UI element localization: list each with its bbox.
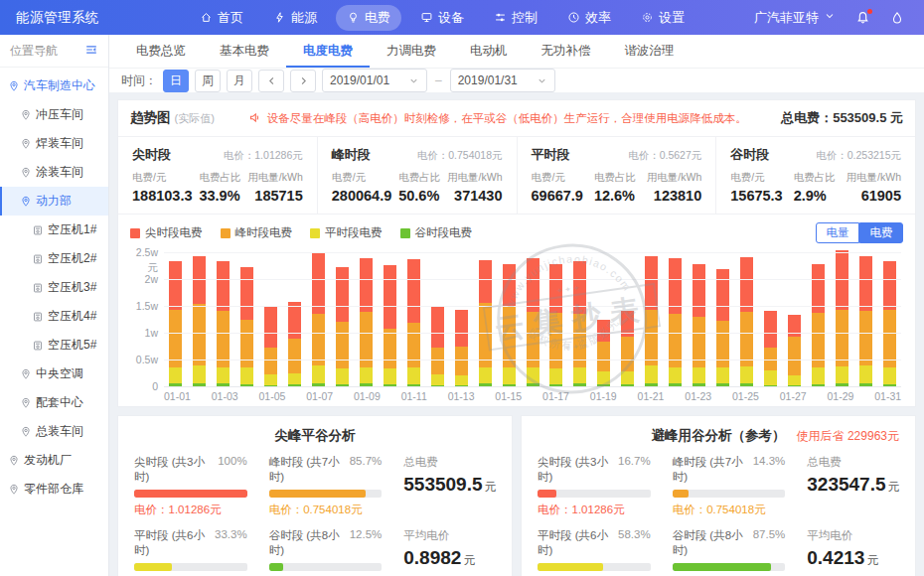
stacked-bar-01-22[interactable] xyxy=(669,258,682,387)
analysis-item-percent: 14.3% xyxy=(753,455,786,485)
sidebar-item[interactable]: 空压机3# xyxy=(0,273,108,302)
legend-item[interactable]: 尖时段电费 xyxy=(130,225,203,240)
period-card: 谷时段 电价：0.253215元 电费/元15675.3 电费占比2.9% 用电… xyxy=(716,137,915,214)
sidebar-item[interactable]: 中央空调 xyxy=(0,360,108,388)
stacked-bar-01-13[interactable] xyxy=(455,310,468,387)
nav-item-settings[interactable]: 设置 xyxy=(630,5,695,31)
date-range-dash: – xyxy=(435,73,442,87)
stacked-bar-01-09[interactable] xyxy=(360,258,373,387)
sidebar-item[interactable]: 空压机5# xyxy=(0,331,108,360)
tab[interactable]: 力调电费 xyxy=(370,35,453,68)
total-fee-value: 553509.5元 xyxy=(403,474,496,496)
sidebar-item[interactable]: 空压机1# xyxy=(0,216,108,244)
sidebar-item[interactable]: 空压机2# xyxy=(0,244,108,273)
sidebar-item[interactable]: 冲压车间 xyxy=(0,100,108,129)
cost-label: 电费/元 xyxy=(730,171,782,185)
toggle-inactive[interactable]: 电量 xyxy=(816,222,859,243)
stacked-bar-01-01[interactable] xyxy=(169,261,182,387)
nav-item-energy[interactable]: 能源 xyxy=(262,5,328,31)
legend-item[interactable]: 谷时段电费 xyxy=(400,225,473,240)
stacked-bar-01-07[interactable] xyxy=(312,253,325,387)
stacked-bar-01-04[interactable] xyxy=(240,267,253,387)
nav-item-home[interactable]: 首页 xyxy=(189,5,254,31)
stacked-bar-01-21[interactable] xyxy=(645,256,658,387)
x-tick-label: 01-11 xyxy=(401,390,427,402)
sidebar-item[interactable]: 动力部 xyxy=(0,187,108,216)
end-date-picker[interactable]: 2019/01/31 xyxy=(450,69,555,92)
bar-slot xyxy=(616,311,640,387)
legend-item[interactable]: 峰时段电费 xyxy=(221,225,293,240)
analysis-item: 谷时段 (共8小时) 12.5% 电价：0.253215元 xyxy=(269,528,383,576)
stacked-bar-01-31[interactable] xyxy=(883,261,896,387)
tab[interactable]: 无功补偿 xyxy=(525,35,608,68)
stacked-bar-01-28[interactable] xyxy=(812,264,825,387)
stacked-bar-01-16[interactable] xyxy=(527,258,539,387)
gridline xyxy=(164,306,901,307)
start-date-picker[interactable]: 2019/01/01 xyxy=(322,69,427,92)
stacked-bar-01-20[interactable] xyxy=(621,311,634,387)
tab[interactable]: 电费总览 xyxy=(119,35,203,68)
stacked-bar-01-06[interactable] xyxy=(288,302,301,387)
mode-button[interactable]: 周 xyxy=(195,70,221,92)
stacked-bar-01-29[interactable] xyxy=(836,250,848,387)
nav-item-device[interactable]: 设备 xyxy=(409,5,475,31)
mode-button[interactable]: 日 xyxy=(163,70,189,92)
next-period-button[interactable] xyxy=(290,70,316,92)
stacked-bar-01-12[interactable] xyxy=(431,307,444,387)
stacked-bar-01-26[interactable] xyxy=(764,311,777,387)
sidebar-item[interactable]: 总装车间 xyxy=(0,417,108,446)
bar-segment xyxy=(193,365,206,382)
settings-icon xyxy=(641,11,654,24)
stacked-bar-01-23[interactable] xyxy=(693,264,705,387)
prev-period-button[interactable] xyxy=(258,70,284,92)
sidebar-item[interactable]: 汽车制造中心 xyxy=(0,72,108,100)
stacked-bar-01-10[interactable] xyxy=(384,265,396,387)
stacked-bar-01-17[interactable] xyxy=(549,264,562,387)
sidebar-item[interactable]: 空压机4# xyxy=(0,302,108,331)
sidebar-item-label: 动力部 xyxy=(36,193,72,210)
period-card: 平时段 电价：0.5627元 电费/元69667.9 电费占比12.6% 用电量… xyxy=(518,137,717,214)
stacked-bar-01-19[interactable] xyxy=(597,320,610,387)
stacked-bar-01-27[interactable] xyxy=(788,315,801,387)
bar-segment xyxy=(455,310,468,348)
stacked-bar-01-24[interactable] xyxy=(716,269,729,387)
stacked-bar-01-05[interactable] xyxy=(264,307,277,387)
stacked-bar-01-30[interactable] xyxy=(859,256,872,387)
bar-segment xyxy=(645,256,658,310)
toggle-active[interactable]: 电费 xyxy=(859,222,903,243)
stacked-bar-01-08[interactable] xyxy=(336,267,349,387)
stacked-bar-01-03[interactable] xyxy=(217,261,230,387)
nav-item-fee[interactable]: 电费 xyxy=(336,5,401,31)
sidebar-item[interactable]: 涂装车间 xyxy=(0,158,108,187)
stacked-bar-01-18[interactable] xyxy=(573,261,586,387)
home-icon xyxy=(200,11,213,24)
water-drop-icon[interactable] xyxy=(890,11,904,25)
analysis-panel-peak-flat: 尖峰平谷分析 尖时段 (共3小时) 100% 电价：1.01286元 峰时段 (… xyxy=(117,415,513,576)
notification-bell-icon[interactable] xyxy=(855,10,870,25)
bar-segment xyxy=(883,261,896,310)
collapse-icon[interactable] xyxy=(84,43,98,60)
sidebar-item[interactable]: 焊装车间 xyxy=(0,129,108,158)
legend-item[interactable]: 平时段电费 xyxy=(310,225,383,240)
nav-item-control[interactable]: 控制 xyxy=(483,5,548,31)
company-selector[interactable]: 广汽菲亚特 xyxy=(754,9,836,27)
stacked-bar-01-25[interactable] xyxy=(740,257,753,387)
tab[interactable]: 电度电费 xyxy=(286,35,370,68)
stacked-bar-01-02[interactable] xyxy=(193,256,206,387)
nav-item-efficiency[interactable]: 效率 xyxy=(556,5,622,31)
tab[interactable]: 谐波治理 xyxy=(608,35,692,68)
tab[interactable]: 基本电费 xyxy=(203,35,286,68)
avg-price-label: 平均电价 xyxy=(807,528,899,543)
x-tick-label: 01-05 xyxy=(258,390,285,402)
mode-button[interactable]: 月 xyxy=(227,70,252,92)
stacked-bar-01-15[interactable] xyxy=(503,264,516,387)
legend-swatch xyxy=(310,228,320,238)
sidebar-item[interactable]: 零件部仓库 xyxy=(0,475,108,504)
bar-segment xyxy=(740,257,753,312)
bar-segment xyxy=(193,304,206,365)
tab[interactable]: 电动机 xyxy=(453,35,525,68)
sidebar-item[interactable]: 配套中心 xyxy=(0,388,108,417)
sidebar-item-label: 空压机2# xyxy=(48,250,96,267)
progress-track xyxy=(538,490,651,498)
sidebar-item[interactable]: 发动机厂 xyxy=(0,446,108,475)
